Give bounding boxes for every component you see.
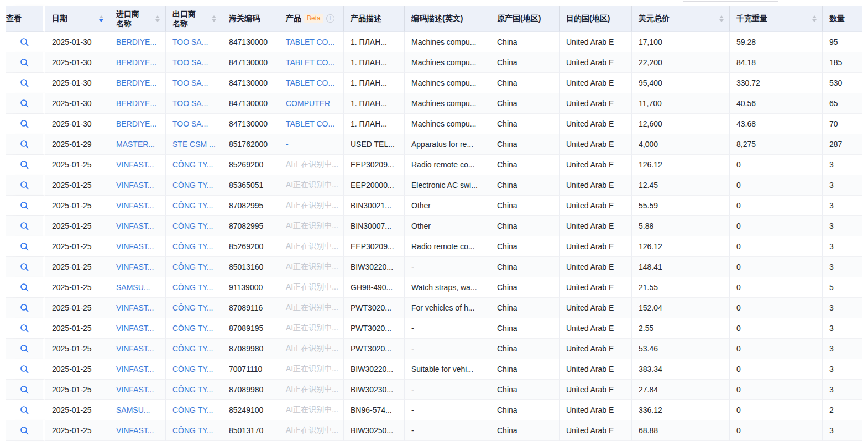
- view-detail-button[interactable]: [18, 35, 32, 49]
- view-detail-button[interactable]: [18, 301, 32, 315]
- cell-origin: China: [490, 380, 560, 400]
- cell-importer[interactable]: VINFAST...: [116, 262, 154, 271]
- cell-importer[interactable]: BERDIYE...: [116, 119, 156, 128]
- cell-exporter[interactable]: CÔNG TY...: [172, 222, 213, 230]
- magnifier-icon: [20, 201, 29, 211]
- cell-importer[interactable]: VINFAST...: [116, 160, 154, 169]
- cell-view: [6, 400, 45, 420]
- column-header-origin: 原产国(地区): [490, 6, 560, 32]
- cell-importer[interactable]: VINFAST...: [116, 426, 154, 435]
- cell-product_desc: 1. ПЛАН...: [351, 58, 387, 67]
- view-detail-button[interactable]: [18, 157, 32, 172]
- cell-exporter[interactable]: TOO SA...: [172, 58, 208, 67]
- cell-exporter[interactable]: CÔNG TY...: [172, 324, 213, 333]
- column-header-exporter[interactable]: 出口商名称: [166, 6, 222, 32]
- view-detail-button[interactable]: [18, 321, 32, 335]
- cell-importer[interactable]: BERDIYE...: [116, 38, 156, 46]
- cell-exporter[interactable]: CÔNG TY...: [172, 406, 213, 414]
- cell-importer: VINFAST...: [109, 175, 166, 196]
- cell-importer[interactable]: VINFAST...: [116, 222, 154, 230]
- cell-exporter[interactable]: STE CSM ...: [172, 140, 216, 149]
- cell-date: 2025-01-30: [45, 93, 109, 114]
- sort-control-importer[interactable]: [155, 15, 160, 22]
- cell-product[interactable]: TABLET CO...: [286, 78, 334, 87]
- cell-importer[interactable]: VINFAST...: [116, 201, 154, 210]
- view-detail-button[interactable]: [18, 55, 32, 70]
- view-detail-button[interactable]: [18, 137, 32, 151]
- view-detail-button[interactable]: [18, 239, 32, 254]
- cell-qty: 530: [823, 73, 862, 93]
- column-header-kg[interactable]: 千克重量: [730, 6, 823, 32]
- cell-origin: China: [490, 175, 560, 196]
- cell-importer[interactable]: VINFAST...: [116, 324, 154, 333]
- magnifier-icon: [20, 160, 29, 170]
- sort-control-date[interactable]: [99, 15, 103, 22]
- cell-importer[interactable]: BERDIYE...: [116, 58, 156, 67]
- cell-exporter[interactable]: CÔNG TY...: [172, 365, 213, 373]
- cell-importer[interactable]: BERDIYE...: [116, 78, 156, 87]
- view-detail-button[interactable]: [18, 260, 32, 274]
- cell-origin: China: [497, 119, 517, 128]
- cell-exporter[interactable]: CÔNG TY...: [172, 160, 213, 169]
- cell-hs_code: 91139000: [229, 283, 263, 292]
- view-detail-button[interactable]: [18, 219, 32, 233]
- info-circle-icon[interactable]: i: [326, 14, 334, 23]
- cell-product[interactable]: COMPUTER: [286, 99, 330, 108]
- cell-exporter[interactable]: TOO SA...: [172, 119, 208, 128]
- sort-control-kg[interactable]: [812, 15, 817, 22]
- view-detail-button[interactable]: [18, 423, 32, 438]
- cell-exporter[interactable]: CÔNG TY...: [172, 242, 213, 251]
- column-header-date[interactable]: 日期: [45, 6, 109, 32]
- column-header-usd[interactable]: 美元总价: [632, 6, 730, 32]
- cell-importer[interactable]: VINFAST...: [116, 385, 154, 394]
- cell-exporter[interactable]: CÔNG TY...: [172, 181, 213, 190]
- column-label-product_desc: 产品描述: [351, 14, 381, 23]
- cell-qty: 3: [829, 303, 834, 312]
- horizontal-scrollbar-thumb[interactable]: [683, 1, 778, 2]
- view-detail-button[interactable]: [18, 198, 32, 213]
- cell-product[interactable]: TABLET CO...: [286, 38, 334, 46]
- cell-exporter[interactable]: CÔNG TY...: [172, 344, 213, 353]
- sort-control-usd[interactable]: [719, 15, 724, 22]
- column-header-qty: 数量: [823, 6, 862, 32]
- cell-kg: 0: [730, 196, 823, 216]
- cell-date: 2025-01-25: [52, 365, 92, 373]
- cell-exporter[interactable]: CÔNG TY...: [172, 385, 213, 394]
- cell-importer[interactable]: VINFAST...: [116, 303, 154, 312]
- cell-importer[interactable]: VINFAST...: [116, 242, 154, 251]
- cell-exporter[interactable]: CÔNG TY...: [172, 426, 213, 435]
- cell-exporter[interactable]: CÔNG TY...: [172, 201, 213, 210]
- view-detail-button[interactable]: [18, 117, 32, 131]
- cell-importer[interactable]: SAMSU...: [116, 283, 150, 292]
- cell-exporter[interactable]: TOO SA...: [172, 38, 208, 46]
- view-detail-button[interactable]: [18, 362, 32, 376]
- column-header-importer[interactable]: 进口商名称: [109, 6, 166, 32]
- cell-usd: 148.41: [632, 257, 730, 277]
- cell-product[interactable]: -: [286, 140, 289, 149]
- cell-qty: 3: [823, 257, 862, 277]
- cell-importer[interactable]: VINFAST...: [116, 365, 154, 373]
- view-detail-button[interactable]: [18, 280, 32, 294]
- cell-exporter[interactable]: CÔNG TY...: [172, 303, 213, 312]
- view-detail-button[interactable]: [18, 403, 32, 417]
- cell-exporter[interactable]: CÔNG TY...: [172, 262, 213, 271]
- view-detail-button[interactable]: [18, 178, 32, 192]
- cell-importer[interactable]: MASTER...: [116, 140, 155, 149]
- cell-exporter[interactable]: CÔNG TY...: [172, 283, 213, 292]
- cell-product: AI正在识别中...: [286, 262, 338, 271]
- magnifier-icon: [20, 344, 29, 354]
- cell-product[interactable]: TABLET CO...: [286, 119, 334, 128]
- cell-exporter[interactable]: TOO SA...: [172, 78, 208, 87]
- cell-importer[interactable]: VINFAST...: [116, 344, 154, 353]
- cell-importer[interactable]: BERDIYE...: [116, 99, 156, 108]
- cell-importer[interactable]: VINFAST...: [116, 181, 154, 190]
- sort-control-exporter[interactable]: [212, 15, 216, 22]
- view-detail-button[interactable]: [18, 382, 32, 397]
- view-detail-button[interactable]: [18, 76, 32, 90]
- view-detail-button[interactable]: [18, 96, 32, 110]
- cell-exporter[interactable]: TOO SA...: [172, 99, 208, 108]
- view-detail-button[interactable]: [18, 341, 32, 356]
- cell-importer[interactable]: SAMSU...: [116, 406, 150, 414]
- cell-usd: 22,200: [632, 52, 730, 73]
- cell-product[interactable]: TABLET CO...: [286, 58, 334, 67]
